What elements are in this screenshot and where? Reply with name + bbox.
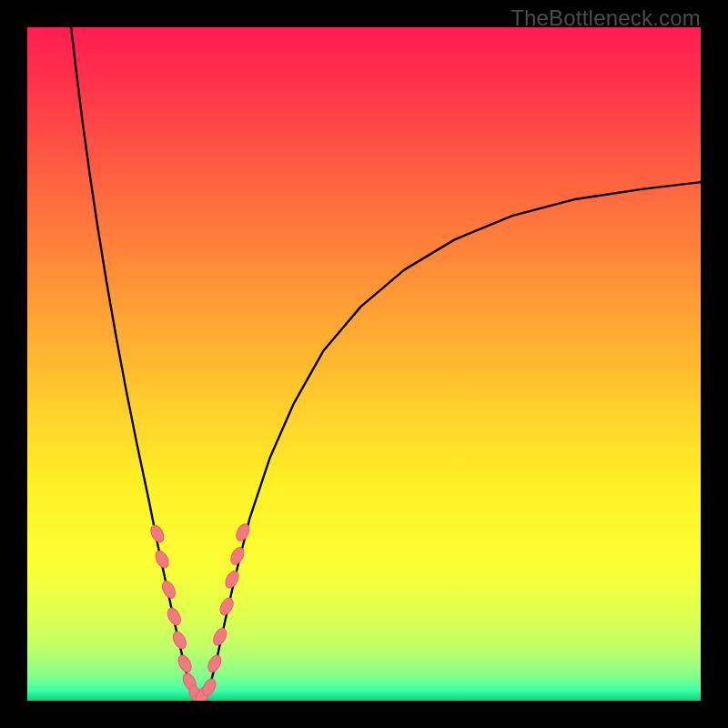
plot-area [27, 27, 701, 701]
chart-frame: TheBottleneck.com [0, 0, 728, 728]
watermark-text: TheBottleneck.com [511, 5, 701, 31]
chart-svg [27, 27, 701, 701]
gradient-background [27, 27, 701, 701]
